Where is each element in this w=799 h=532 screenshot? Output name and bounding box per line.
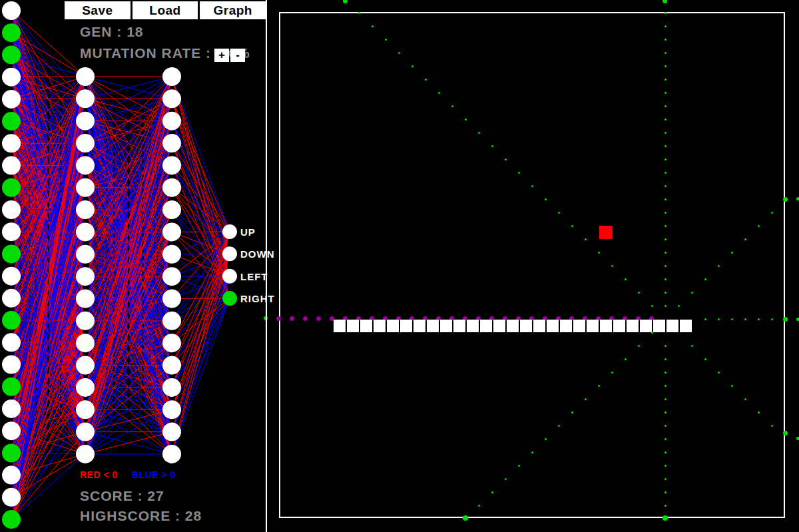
vision-dot-down [665,451,666,453]
vision-endpoint-dot [783,317,788,322]
score-label: SCORE : 27 [80,488,164,504]
snake-segment [627,320,639,332]
vision-endpoint-dot [343,0,348,3]
nn-hidden2-node [162,178,181,197]
nn-input-node [2,488,21,507]
vision-dot-up-left [651,305,653,307]
vision-dot-up [665,158,666,160]
vision-dot-down-left [478,505,480,507]
nn-hidden2-node [162,245,181,264]
nn-output-node [222,269,237,284]
vision-dot-up-left [398,52,400,54]
vision-endpoint-dot [796,437,799,440]
vision-dot-up-right [678,305,680,307]
mutation-increase-button[interactable]: + [214,49,229,62]
vision-dot-down [665,345,666,347]
vision-endpoint-dot [663,515,668,521]
vision-dot-up [665,305,666,307]
nn-hidden1-node [76,245,95,264]
vision-dot-up [665,278,666,280]
vision-dot-up-left [558,212,560,214]
snake-segment [413,320,426,332]
vision-dot-down [665,372,666,374]
nn-hidden2-node [162,400,181,419]
save-button[interactable]: Save [65,1,131,19]
vision-dot-down-right [704,358,706,360]
vision-dot-down-left [491,491,493,493]
vision-dot-up [665,212,666,214]
nn-hidden1-node [76,423,95,441]
vision-dot-left [303,316,308,321]
snake-segment [653,320,666,332]
nn-input-node [2,399,21,418]
snake-segment [520,320,533,332]
vision-dot-down-left [545,438,547,440]
vision-dot-up [665,119,666,121]
nn-hidden2-node [162,134,181,152]
nn-hidden2-node [162,356,181,375]
load-button[interactable]: Load [133,1,198,19]
vision-dot-down-left [571,411,573,413]
vision-endpoint-dot [796,197,799,200]
graph-button[interactable]: Graph [200,1,266,19]
vision-dot-up [665,132,666,134]
vision-dot-down-right [744,398,746,400]
vision-dot-down [665,358,666,360]
nn-input-node [2,311,21,330]
snake-segment [613,320,626,332]
snake-segment [347,320,360,332]
nn-hidden1-node [76,112,95,131]
vision-dot-up-left [531,185,533,187]
nn-hidden1-node [76,134,95,152]
vision-endpoint-dot [783,197,788,202]
vision-dot-up [665,12,666,14]
mutation-decrease-button[interactable]: - [230,49,245,62]
snake-segment [547,320,559,332]
nn-input-node [2,90,21,109]
snake-segment [493,320,506,332]
snake-segment [666,320,679,332]
nn-hidden2-node [162,156,181,174]
nn-hidden1-node [76,445,95,463]
vision-dot-up [665,238,666,240]
vision-dot-up-left [385,39,387,41]
vision-dot-down-left [505,478,507,480]
toolbar: Save Load Graph [65,1,266,19]
nn-input-node [2,45,21,64]
nn-output-node [222,291,237,306]
nn-weight-line [172,232,230,432]
vision-dot-down [665,491,666,493]
vision-dot-up [665,92,666,94]
snake-segment [467,320,479,332]
highscore-label: HIGHSCORE : 28 [80,508,202,524]
vision-dot-up-left [451,105,453,107]
nn-output-node [222,246,237,261]
nn-hidden2-node [162,445,181,463]
vision-dot-up-right [758,225,760,227]
output-label-up: UP [240,226,256,238]
snake-segment [640,320,653,332]
nn-input-node [2,244,21,263]
vision-dot-up-left [411,65,413,67]
nn-input-node [2,510,21,529]
vision-dot-up [665,79,666,81]
snake-segment [440,320,453,332]
vision-dot-up-left [478,132,480,134]
vision-dot-down [665,438,666,440]
nn-hidden2-node [162,112,181,131]
vision-dot-up [665,198,666,200]
nn-input-node [2,443,21,462]
vision-dot-up-left [545,198,547,200]
nn-input-node [2,222,21,241]
vision-dot-down [665,425,666,427]
nn-input-node [2,156,21,175]
nn-weight-line [172,232,230,343]
vision-dot-up-left [625,278,627,280]
vision-dot-down [665,385,666,387]
vision-dot-up-right [744,238,746,240]
nn-weight-line [11,77,85,77]
vision-dot-down-right [771,425,773,427]
nn-input-node [2,378,21,396]
nn-hidden1-node [76,89,95,108]
food-square [599,226,613,239]
